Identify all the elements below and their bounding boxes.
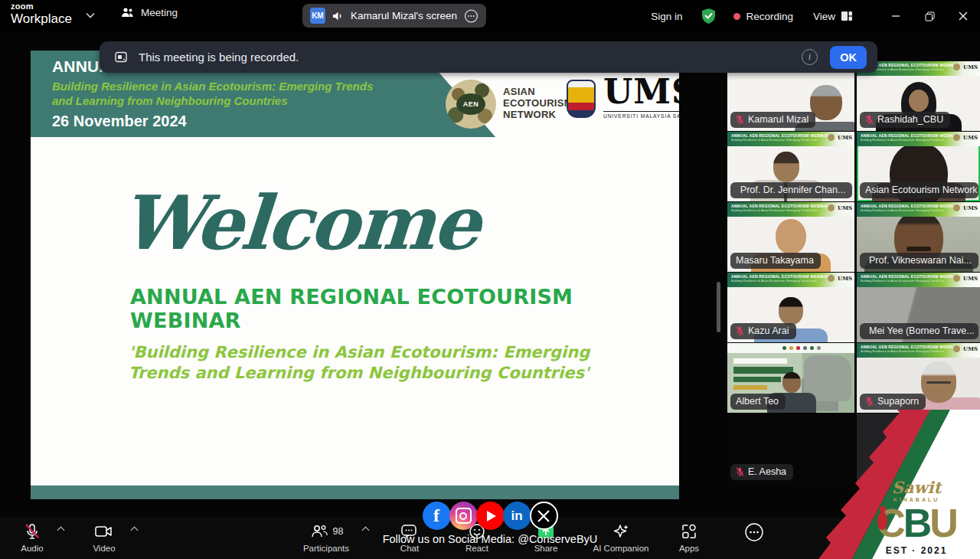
participant-tile-aen[interactable]: ANNUAL AEN REGIONAL ECOTOURISM WEBINARBu…	[857, 132, 980, 201]
participant-name-badge: Prof. Dr. Jennifer Chan...	[730, 182, 852, 198]
participant-tile-jennifer[interactable]: ANNUAL AEN REGIONAL ECOTOURISM WEBINARBu…	[727, 132, 854, 201]
participant-tile-masaru[interactable]: ANNUAL AEN REGIONAL ECOTOURISM WEBINARBu…	[727, 202, 854, 272]
aen-mini-logo	[953, 64, 960, 70]
ums-mini-logo: UMS	[838, 204, 852, 211]
mic-muted-icon	[736, 326, 744, 335]
ums-mini-logo: UMS	[838, 134, 852, 141]
instagram-icon	[449, 502, 478, 530]
video-options-caret[interactable]	[132, 526, 138, 532]
audio-button[interactable]: Audio	[6, 517, 58, 559]
orangutan-icon	[877, 512, 887, 530]
participant-name-badge: E. Aesha	[730, 464, 793, 480]
x-twitter-icon	[530, 502, 558, 530]
ok-button[interactable]: OK	[830, 46, 867, 69]
aen-mini-logo	[953, 275, 960, 282]
facebook-icon: f	[423, 502, 451, 530]
speaker-icon	[332, 11, 344, 21]
people-icon	[121, 7, 134, 18]
chevron-down-icon[interactable]	[86, 12, 95, 18]
tile-webinar-banner: ANNUAL AEN REGIONAL ECOTOURISM WEBINARBu…	[727, 273, 854, 287]
participant-tile-supaporn[interactable]: ANNUAL AEN REGIONAL ECOTOURISM WEBINARBu…	[857, 343, 980, 413]
info-icon[interactable]: i	[802, 49, 818, 65]
aen-mini-logo	[828, 134, 835, 141]
recording-indicator[interactable]: Recording	[733, 11, 793, 22]
meeting-tab-label: Meeting	[141, 7, 178, 18]
more-options-icon[interactable]	[464, 8, 479, 24]
camera-icon	[94, 522, 114, 541]
restore-button[interactable]	[913, 0, 946, 32]
view-button[interactable]: View	[813, 11, 853, 22]
participant-figure	[782, 372, 801, 393]
audio-options-caret[interactable]	[58, 526, 64, 532]
view-label: View	[813, 11, 835, 22]
notification-message: This meeting is being recorded.	[139, 51, 802, 64]
mic-muted-icon	[865, 397, 874, 406]
social-follow-text: Follow us on Social Media: @ConserveByU	[352, 533, 628, 545]
slide-footer-strip	[31, 485, 679, 499]
avatar: KM	[310, 8, 325, 24]
recording-label: Recording	[746, 11, 793, 22]
aen-mini-logo	[953, 204, 960, 211]
minimize-button[interactable]	[879, 0, 913, 32]
participant-name-badge: Masaru Takayama	[730, 253, 821, 269]
zoom-meeting-window: zoom Workplace Meeting KM Kamarul Mizal'…	[0, 0, 980, 559]
shared-screen-pill[interactable]: KM Kamarul Mizal's screen	[302, 4, 486, 28]
mic-muted-icon	[736, 115, 744, 124]
more-button[interactable]	[729, 517, 779, 559]
participants-icon	[309, 522, 329, 541]
zoom-workplace-logo: zoom Workplace	[11, 2, 72, 25]
slide-welcome-text: Welcome	[118, 179, 482, 266]
slide-quote: 'Building Resilience in Asian Ecotourism…	[129, 342, 590, 383]
sign-in-button[interactable]: Sign in	[651, 11, 682, 22]
social-media-overlay: f in Follow us on Social Media: @Conserv…	[352, 502, 628, 545]
aen-mini-logo	[953, 134, 960, 141]
participant-name-badge: Rashidah_CBU	[860, 112, 950, 128]
sawit-wordmark: Sawit	[859, 479, 974, 496]
participant-name-badge: Prof. Vikneswaran Nai...	[860, 253, 978, 269]
tile-webinar-banner: ANNUAL AEN REGIONAL ECOTOURISM WEBINARBu…	[857, 202, 980, 217]
shared-presentation-slide: ANNUAL AEN REGIONAL ECOTOURISM WEBINAR B…	[31, 51, 679, 499]
participant-name-badge: Asian Ecotourism Network	[860, 182, 978, 198]
view-layout-icon	[841, 11, 853, 21]
participant-name-badge: Kamarul Mizal	[730, 112, 815, 128]
participant-tile-kazu[interactable]: ANNUAL AEN REGIONAL ECOTOURISM WEBINARBu…	[727, 273, 854, 342]
participant-name-badge: Kazu Arai	[730, 323, 796, 339]
tile-webinar-banner: ANNUAL AEN REGIONAL ECOTOURISM WEBINARBu…	[857, 273, 980, 287]
participant-tile-rashidah[interactable]: ANNUAL AEN REGIONAL ECOTOURISM WEBINARBu…	[857, 61, 980, 131]
ums-mini-logo: UMS	[963, 64, 978, 70]
titlebar: zoom Workplace Meeting KM Kamarul Mizal'…	[0, 0, 980, 32]
aen-mini-logo	[828, 275, 835, 282]
recording-notification: This meeting is being recorded. i OK	[100, 41, 877, 73]
ellipsis-icon	[744, 522, 764, 542]
shared-screen-label: Kamarul Mizal's screen	[351, 10, 457, 21]
tile-webinar-banner: ANNUAL AEN REGIONAL ECOTOURISM WEBINARBu…	[857, 343, 980, 358]
video-button[interactable]: Video	[77, 517, 132, 559]
participant-tile-meiyee[interactable]: ANNUAL AEN REGIONAL ECOTOURISM WEBINARBu…	[857, 273, 980, 342]
tile-webinar-banner: ANNUAL AEN REGIONAL ECOTOURISM WEBINARBu…	[857, 132, 980, 146]
participant-tile-vik[interactable]: ANNUAL AEN REGIONAL ECOTOURISM WEBINARBu…	[857, 202, 980, 272]
participants-button[interactable]: 98 Participants	[291, 517, 361, 559]
apps-icon	[680, 522, 698, 541]
aen-logo: AEN	[446, 80, 496, 129]
ums-logo-text: UMS UNIVERSITI MALAYSIA SABAH	[603, 74, 679, 119]
ums-mini-logo: UMS	[963, 275, 978, 282]
participant-figure	[921, 361, 956, 403]
participants-count: 98	[333, 526, 344, 537]
mic-muted-icon	[736, 185, 737, 195]
slide-heading: ANNUAL AEN REGIONAL ECOTOURISM WEBINAR	[130, 285, 573, 332]
tab-meeting[interactable]: Meeting	[121, 7, 178, 18]
cbu-est-text: EST · 2021	[859, 545, 974, 556]
cbu-watermark: Sawit KINABALU CBU EST · 2021	[785, 410, 980, 559]
close-button[interactable]	[946, 0, 980, 32]
scrollbar-thumb[interactable]	[717, 282, 720, 332]
participant-figure	[779, 297, 803, 325]
participant-name-badge: Albert Teo	[730, 394, 786, 410]
security-shield-icon[interactable]	[701, 8, 717, 25]
mic-muted-icon	[736, 467, 744, 476]
tile-webinar-banner: ANNUAL AEN REGIONAL ECOTOURISM WEBINARBu…	[727, 202, 854, 217]
participant-tile-albert[interactable]: Albert Teo	[727, 343, 854, 413]
participant-name-badge: Mei Yee (Borneo Trave...	[860, 323, 978, 339]
apps-button[interactable]: Apps	[663, 517, 715, 559]
youtube-icon	[476, 502, 505, 530]
recording-dot-icon	[733, 13, 740, 20]
